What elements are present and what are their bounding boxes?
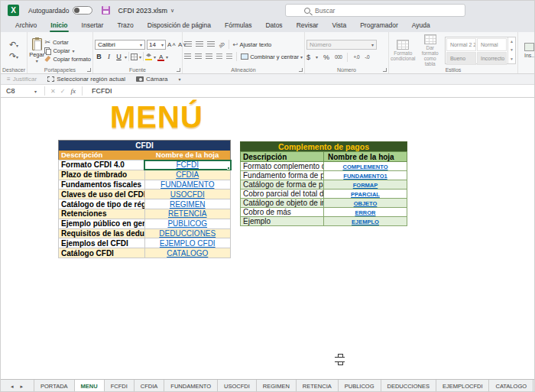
chevron-down-icon[interactable]: ▾: [166, 54, 168, 60]
ribbon-tab-disposición-de-página[interactable]: Disposición de página: [141, 20, 218, 32]
insert-cells-icon[interactable]: [524, 43, 534, 51]
align-left-icon[interactable]: [184, 53, 191, 60]
sheet-hyperlink[interactable]: CFDIA: [176, 170, 199, 179]
font-name-select[interactable]: Calibri ▾: [95, 40, 145, 50]
cell-style-bueno[interactable]: Bueno: [446, 52, 476, 65]
align-center-icon[interactable]: [195, 53, 202, 60]
sheet-tab-cfdia[interactable]: CFDIA: [135, 380, 165, 392]
sheet-tab-portada[interactable]: PORTADA: [34, 380, 75, 392]
percent-format-icon[interactable]: %: [323, 53, 329, 61]
format-as-table-button[interactable]: Dar formato como tabla: [419, 34, 442, 66]
fill-color-icon[interactable]: [145, 53, 152, 60]
sheet-hyperlink[interactable]: COMPLEMENTO: [342, 164, 387, 170]
sheet-hyperlink[interactable]: USOCFDI: [170, 190, 205, 199]
paste-button[interactable]: Pegar ▾: [29, 34, 44, 66]
cancel-entry-icon[interactable]: ✕: [50, 88, 56, 95]
gallery-down-icon[interactable]: ▼: [508, 46, 515, 54]
scroll-tabs-left-icon[interactable]: ◂: [11, 384, 14, 390]
decrease-decimal-icon[interactable]: -.0: [365, 54, 369, 60]
dialog-launcher-icon[interactable]: [87, 68, 91, 72]
chevron-down-icon[interactable]: ▾: [154, 54, 156, 60]
sheet-hyperlink[interactable]: EJEMPLO CFDI: [160, 239, 216, 248]
conditional-formatting-button[interactable]: Formato condicional: [391, 40, 416, 61]
sheet-tab-publicog[interactable]: PUBLICOG: [339, 380, 381, 392]
ribbon-tab-revisar[interactable]: Revisar: [290, 20, 326, 32]
sheet-hyperlink[interactable]: FORMAP: [353, 182, 378, 189]
fill-handle[interactable]: [227, 167, 230, 170]
ribbon-tab-insertar[interactable]: Insertar: [75, 20, 111, 32]
cell-style-incorrecto[interactable]: Incorrecto: [477, 52, 507, 65]
autosave-toggle[interactable]: [73, 6, 92, 15]
ribbon-tab-archivo[interactable]: Archivo: [8, 20, 44, 32]
increase-decimal-icon[interactable]: +.0: [353, 54, 359, 60]
font-size-select[interactable]: 14 ▾: [147, 40, 166, 50]
sheet-tab-ejemplocfdi[interactable]: EJEMPLOCFDI: [436, 380, 490, 392]
sheet-hyperlink[interactable]: OBJETO: [354, 200, 378, 207]
cell-style-normal[interactable]: Normal: [477, 38, 507, 51]
chevron-down-icon[interactable]: ▾: [316, 54, 318, 60]
align-bottom-icon[interactable]: [207, 41, 215, 47]
merge-center-button[interactable]: Combinar y centrar ▾: [241, 53, 303, 60]
chevron-down-icon[interactable]: ∨: [170, 8, 174, 14]
wrap-text-button[interactable]: ↩ Ajustar texto: [233, 41, 271, 48]
dialog-launcher-icon[interactable]: [383, 68, 387, 72]
dialog-launcher-icon[interactable]: [299, 68, 303, 72]
sheet-hyperlink[interactable]: CATALOGO: [167, 249, 208, 258]
chevron-down-icon[interactable]: ▾: [139, 54, 141, 60]
sheet-tab-retencia[interactable]: RETENCIA: [297, 380, 339, 392]
increase-indent-icon[interactable]: [226, 53, 232, 60]
search-box[interactable]: Buscar: [285, 4, 465, 17]
ribbon-tab-ayuda[interactable]: Ayuda: [405, 20, 437, 32]
decrease-indent-icon[interactable]: [216, 53, 222, 60]
sheet-hyperlink[interactable]: REGIMEN: [170, 200, 206, 209]
gallery-up-icon[interactable]: ▲: [508, 37, 515, 46]
orientation-icon[interactable]: ab: [218, 40, 225, 48]
sheet-hyperlink[interactable]: FCFDI: [177, 160, 199, 169]
comma-format-icon[interactable]: 000: [335, 54, 342, 60]
dialog-launcher-icon[interactable]: [177, 68, 180, 72]
qat-overflow-button[interactable]: ▾: [179, 76, 181, 82]
scroll-tabs-right-icon[interactable]: ▸: [21, 384, 24, 390]
sheet-tab-fcfdi[interactable]: FCFDI: [105, 380, 135, 392]
confirm-entry-icon[interactable]: ✓: [60, 88, 66, 95]
copy-button[interactable]: Copiar ▾: [44, 47, 91, 54]
sheet-tab-deducciones[interactable]: DEDUCCIONES: [381, 380, 436, 392]
sheet-tab-fundamento[interactable]: FUNDAMENTO: [164, 380, 218, 392]
save-icon[interactable]: [102, 6, 110, 15]
ribbon-tab-fórmulas[interactable]: Fórmulas: [218, 20, 258, 32]
redo-icon[interactable]: ↷▾: [9, 52, 18, 61]
sheet-hyperlink[interactable]: PUBLICOG: [167, 219, 207, 228]
ribbon-tab-programador[interactable]: Programador: [353, 20, 405, 32]
name-box[interactable]: C8: [1, 87, 34, 95]
italic-button[interactable]: I: [105, 53, 113, 60]
undo-icon[interactable]: ↶▾: [9, 40, 18, 50]
align-middle-icon[interactable]: [196, 41, 203, 47]
cut-button[interactable]: ✂ Cortar: [44, 39, 91, 46]
ribbon-tab-trazo[interactable]: Trazo: [110, 20, 140, 32]
justify-button[interactable]: ≡ Justificar: [7, 76, 37, 83]
formula-bar-value[interactable]: FCFDI: [92, 87, 112, 95]
chevron-down-icon[interactable]: ▾: [125, 54, 127, 60]
font-color-icon[interactable]: A: [157, 54, 164, 60]
currency-format-icon[interactable]: $: [306, 53, 310, 61]
borders-icon[interactable]: [131, 53, 138, 60]
sheet-hyperlink[interactable]: RETENCIA: [168, 209, 207, 218]
sheet-hyperlink[interactable]: DEDUCCIONES: [159, 229, 216, 238]
sheet-tab-menu[interactable]: MENU: [75, 380, 105, 392]
align-right-icon[interactable]: [206, 53, 212, 60]
ribbon-tab-vista[interactable]: Vista: [325, 20, 353, 32]
sheet-hyperlink[interactable]: EJEMPLO: [352, 219, 379, 225]
camera-button[interactable]: Cámara: [136, 76, 167, 83]
worksheet-area[interactable]: MENÚ CFDI Descripción Nombre de la hoja …: [1, 98, 535, 379]
number-format-select[interactable]: Número ▾: [306, 40, 377, 50]
sheet-tab-regimen[interactable]: REGIMEN: [257, 380, 297, 392]
insert-function-icon[interactable]: fx: [70, 87, 76, 95]
chevron-down-icon[interactable]: ▾: [34, 89, 37, 94]
grow-font-icon[interactable]: A˄: [167, 41, 177, 48]
sheet-tab-usocfdi[interactable]: USOCFDI: [218, 380, 257, 392]
sheet-hyperlink[interactable]: FUNDAMENTO: [160, 180, 214, 189]
ribbon-tab-datos[interactable]: Datos: [258, 20, 289, 32]
sheet-hyperlink[interactable]: FUNDAMENTO1: [343, 173, 387, 180]
gallery-more-icon[interactable]: ▼: [508, 55, 515, 63]
sheet-hyperlink[interactable]: PPARCIAL: [351, 191, 380, 198]
